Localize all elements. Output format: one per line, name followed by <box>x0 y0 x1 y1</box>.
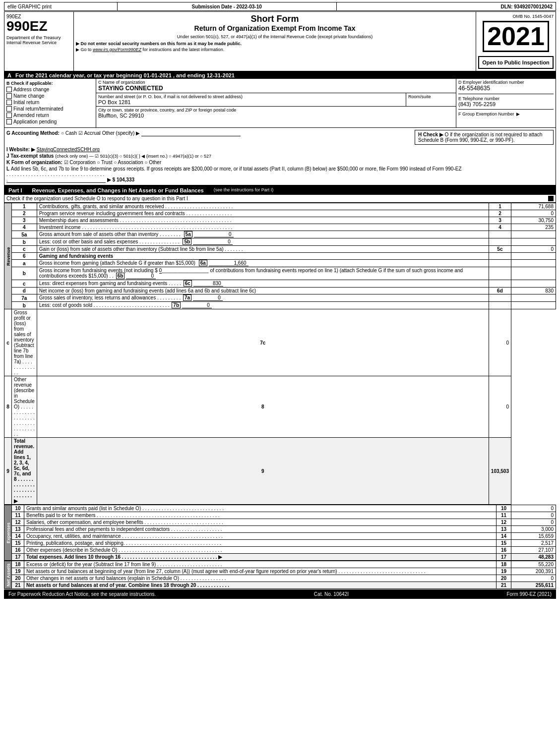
line-5c-col: 5c <box>489 246 511 253</box>
name-change-label: Name change <box>13 93 44 99</box>
table-row: 13 Professional fees and other payments … <box>4 526 556 533</box>
form-number-section: 990EZ 990EZ Department of the Treasury I… <box>4 12 74 71</box>
line-9-val: 103,503 <box>489 438 511 505</box>
table-row: 11 Benefits paid to or for members . . .… <box>4 512 556 519</box>
ein-section: D Employer identification number 46-5548… <box>456 79 556 127</box>
checkbox-initial-icon <box>6 100 12 105</box>
line-14-num: 14 <box>12 533 24 540</box>
line-10-col: 10 <box>497 505 511 512</box>
line-12-val: 0 <box>511 519 556 526</box>
city-label: City or town, state or province, country… <box>98 108 454 113</box>
line-19-num: 19 <box>12 568 24 575</box>
table-row: d Net income or (loss) from gaming and f… <box>4 288 556 294</box>
g-label: G Accounting Method: <box>6 130 60 136</box>
form-long-title: Return of Organization Exempt From Incom… <box>76 24 474 32</box>
checkbox-name-icon <box>6 93 12 99</box>
footer-bar: For Paperwork Reduction Act Notice, see … <box>4 589 556 599</box>
line-7c-col: 7c <box>37 309 489 376</box>
checkbox-address-icon <box>6 87 12 92</box>
line-19-desc: Net assets or fund balances at beginning… <box>24 568 497 575</box>
table-row: 2 Program service revenue including gove… <box>4 210 556 217</box>
note2: ▶ Go to www.irs.gov/Form990EZ for instru… <box>76 47 474 52</box>
efile-label: efile GRAPHIC print <box>4 2 118 10</box>
line-4-col: 4 <box>489 224 511 231</box>
check-box-schedule[interactable] <box>548 196 554 201</box>
line-1-num: 1 <box>12 203 37 210</box>
checkbox-amended[interactable]: Amended return <box>6 113 94 118</box>
checkbox-address-change[interactable]: Address change <box>6 87 94 92</box>
table-row: 4 Investment income . . . . . . . . . . … <box>4 224 556 231</box>
checkbox-initial-return[interactable]: Initial return <box>6 100 94 105</box>
line-9-col: 9 <box>37 438 489 505</box>
expenses-section-label: Expenses <box>4 505 12 561</box>
checkbox-name-change[interactable]: Name change <box>6 93 94 99</box>
b-label: B Check if applicable: <box>6 81 94 86</box>
line-6d-col: 6d <box>489 288 511 294</box>
page: efile GRAPHIC print Submission Date - 20… <box>0 0 560 601</box>
line-4-desc: Investment income . . . . . . . . . . . … <box>37 224 489 231</box>
line-21-val: 255,611 <box>511 582 556 589</box>
line-13-val: 3,000 <box>511 526 556 533</box>
line-21-col: 21 <box>497 582 511 589</box>
line-6b-val <box>511 267 556 280</box>
line-16-col: 16 <box>497 547 511 554</box>
open-label: Open to Public Inspection <box>481 59 551 66</box>
checkbox-final-return[interactable]: Final return/terminated <box>6 106 94 112</box>
table-row: c Less: direct expenses from gaming and … <box>4 280 556 288</box>
l-dots: . . . . . . . . . . . . . . . . . . . . … <box>6 172 106 183</box>
line-18-val: 55,220 <box>511 561 556 568</box>
table-row-total: 21 Net assets or fund balances at end of… <box>4 582 556 589</box>
l-value: ▶ $ 104,333 <box>107 177 134 182</box>
line-7b-val <box>511 302 556 309</box>
checkbox-pending-icon <box>6 119 12 124</box>
line-7b-desc: Less: cost of goods sold . . . . . . . .… <box>37 302 489 309</box>
submission-date: Submission Date - 2022-03-10 <box>118 2 337 10</box>
e-label: E Telephone number <box>458 96 554 101</box>
k-other: ○ Other <box>144 160 161 165</box>
g-other-line <box>141 130 241 136</box>
line-6c-val <box>511 280 556 288</box>
line-6d-desc: Net income or (loss) from gaming and fun… <box>37 288 489 294</box>
line-7c-val: 0 <box>489 309 511 376</box>
table-row: b Less: cost or other basis and sales ex… <box>4 238 556 246</box>
line-11-val: 0 <box>511 512 556 519</box>
line-20-num: 20 <box>12 575 24 582</box>
amended-return-label: Amended return <box>13 113 49 118</box>
checkbox-final-icon <box>6 106 12 112</box>
line-16-desc: Other expenses (describe in Schedule O) … <box>24 547 497 554</box>
line-15-desc: Printing, publications, postage, and shi… <box>24 540 497 547</box>
line-3-num: 3 <box>12 217 37 224</box>
line-18-col: 18 <box>497 561 511 568</box>
org-name: STAYING CONNECTED <box>98 85 454 92</box>
cat-num: Cat. No. 10642I <box>314 591 349 597</box>
table-row: 6 Gaming and fundraising events <box>4 253 556 260</box>
c-label: C Name of organization <box>98 80 454 85</box>
line-5a-num: 5a <box>12 231 37 238</box>
line-6d-num: d <box>12 288 37 294</box>
section-a-header: A For the 2021 calendar year, or tax yea… <box>4 72 556 79</box>
line-16-val: 27,107 <box>511 547 556 554</box>
line-21-desc: Net assets or fund balances at end of ye… <box>24 582 497 589</box>
checkbox-application-pending[interactable]: Application pending <box>6 119 94 124</box>
org-info-section: C Name of organization STAYING CONNECTED… <box>96 79 456 127</box>
table-row: a Gross income from gaming (attach Sched… <box>4 260 556 267</box>
line-1-col: 1 <box>489 203 511 210</box>
line-20-col: 20 <box>497 575 511 582</box>
line-5b-num: b <box>12 238 37 246</box>
line-5b-desc: Less: cost or other basis and sales expe… <box>37 238 489 246</box>
line-19-col: 19 <box>497 568 511 575</box>
part1-label: Part I <box>8 187 22 193</box>
line-6-val <box>511 253 556 260</box>
form-number: 990EZ <box>6 19 71 33</box>
line-6d-val: 830 <box>511 288 556 294</box>
street-label: Number and street (or P. O. box, if mail… <box>98 94 404 99</box>
form-title-section: Short Form Return of Organization Exempt… <box>74 12 476 71</box>
dln: DLN: 93492070012042 <box>337 2 556 10</box>
part1-title: Revenue, Expenses, and Changes in Net As… <box>32 187 204 193</box>
city-value: Bluffton, SC 29910 <box>98 113 454 118</box>
table-row: 14 Occupancy, rent, utilities, and maint… <box>4 533 556 540</box>
table-row: c Gain or (loss) from sale of assets oth… <box>4 246 556 253</box>
line-5c-desc: Gain or (loss) from sale of assets other… <box>37 246 489 253</box>
note1: ▶ Do not enter social security numbers o… <box>76 41 474 46</box>
line-15-val: 2,517 <box>511 540 556 547</box>
